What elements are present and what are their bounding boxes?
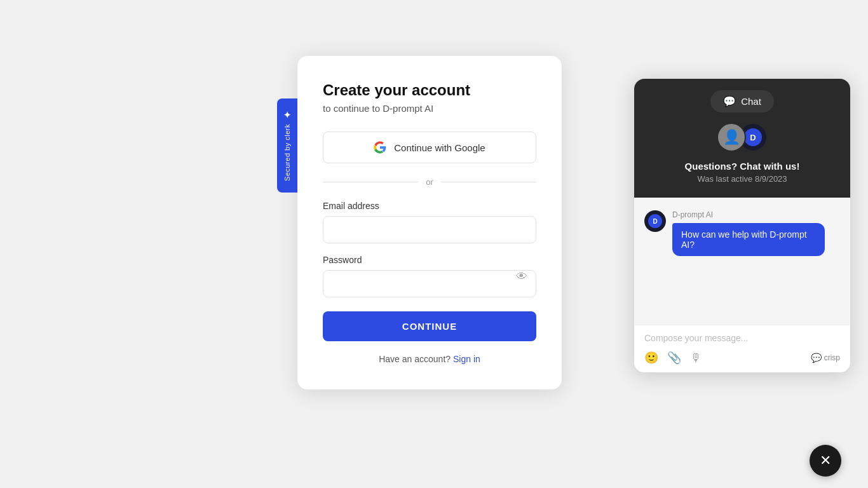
user-avatar: 👤 [717,123,746,152]
sender-avatar-inner: D [648,214,662,228]
signin-link[interactable]: Sign in [453,354,480,364]
email-input[interactable] [323,216,536,243]
chat-header-title: Questions? Chat with us! [647,161,837,172]
chat-tab[interactable]: 💬 Chat [710,90,774,112]
chat-tab-label: Chat [741,96,761,107]
chat-last-active: Was last active 8/9/2023 [647,174,837,184]
password-toggle-icon[interactable]: 👁 [516,269,527,283]
chat-message-content: D-prompt AI How can we help with D-promp… [672,210,825,256]
attach-icon[interactable]: 📎 [667,351,681,365]
divider: or [323,177,536,187]
google-signin-button[interactable]: Continue with Google [323,132,536,163]
brand-avatar-inner: D [744,128,762,146]
auth-card: Create your account to continue to D-pro… [297,56,562,390]
email-field-wrapper: Email address [323,201,536,243]
password-label: Password [323,255,536,265]
auth-subtitle: to continue to D-prompt AI [323,103,536,114]
crisp-label: crisp [824,353,840,362]
auth-title: Create your account [323,81,536,99]
close-chat-button[interactable]: ✕ [810,445,841,477]
chat-bubble-message: How can we help with D-prompt AI? [672,223,825,256]
chat-header-top: 💬 Chat [647,90,837,112]
chat-body: D D-prompt AI How can we help with D-pro… [634,198,850,325]
password-field-wrapper: Password 👁 [323,255,536,297]
sender-avatar: D [644,210,666,232]
chat-footer: Compose your message... 🙂 📎 🎙 💬 crisp [634,325,850,372]
sender-name: D-prompt AI [672,210,825,219]
emoji-icon[interactable]: 🙂 [644,351,658,365]
clerk-badge[interactable]: ✦ Secured by clerk [277,98,297,193]
clerk-logo-icon: ✦ [283,110,291,120]
signin-row: Have an account? Sign in [323,354,536,364]
chat-bubble-icon: 💬 [723,95,736,107]
crisp-branding: 💬 crisp [811,353,840,363]
clerk-badge-text: Secured by clerk [283,124,291,181]
audio-icon[interactable]: 🎙 [690,351,702,365]
continue-button[interactable]: CONTINUE [323,311,536,341]
chat-widget: 💬 Chat 👤 D Questions? Chat with us! Was … [634,79,850,372]
crisp-icon: 💬 [811,353,822,363]
chat-avatars: 👤 D [647,123,837,152]
chat-message-row: D D-prompt AI How can we help with D-pro… [644,210,840,256]
email-label: Email address [323,201,536,211]
google-btn-label: Continue with Google [394,142,485,153]
google-icon [374,141,386,154]
password-input[interactable] [323,270,536,297]
chat-compose-placeholder[interactable]: Compose your message... [644,333,840,343]
chat-header: 💬 Chat 👤 D Questions? Chat with us! Was … [634,79,850,198]
signin-prompt: Have an account? [379,354,451,364]
chat-footer-icons: 🙂 📎 🎙 💬 crisp [644,351,840,365]
